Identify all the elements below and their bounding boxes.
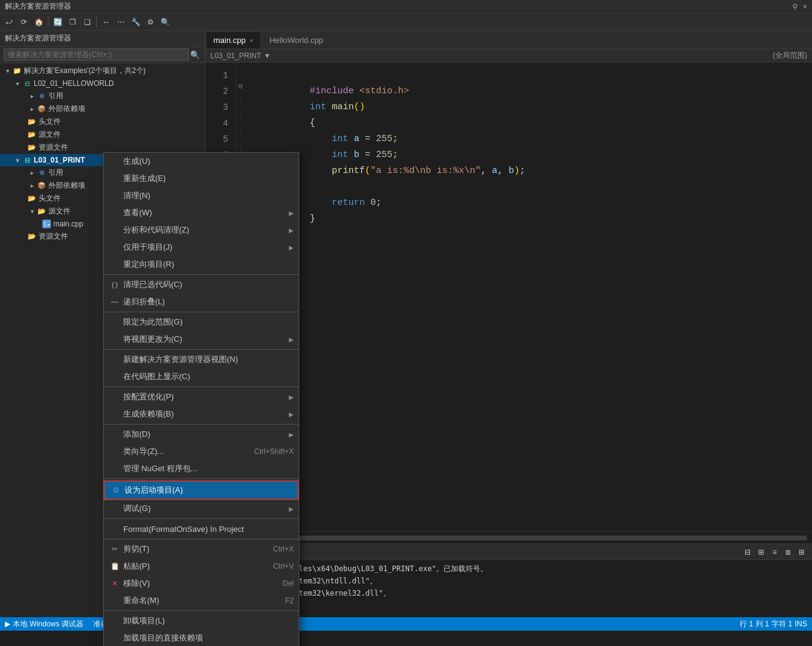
l03-arrow: ▾ bbox=[12, 155, 22, 165]
l03-main-cpp-icon: C+ bbox=[42, 219, 52, 229]
int-kw-3: int bbox=[332, 150, 348, 160]
gutter-2[interactable]: ⊟ bbox=[236, 79, 245, 94]
project-l02[interactable]: ▾ ⊟ L02_01_HELLOWORLD bbox=[0, 77, 205, 90]
solution-root[interactable]: ▾ 📁 解决方案'Examples'(2个项目，共2个) bbox=[0, 64, 205, 77]
solution-root-arrow: ▾ bbox=[2, 66, 12, 76]
ctx-only-arrow: ▶ bbox=[289, 244, 294, 251]
tab-main-cpp[interactable]: main.cpp × bbox=[205, 31, 261, 48]
l02-src[interactable]: 📂 源文件 bbox=[0, 128, 205, 141]
output-line-3: 已加载"C:\Windows\System32\kernel32.dll"。 bbox=[210, 587, 807, 599]
ctx-analyze[interactable]: 分析和代码清理(Z) ▶ bbox=[104, 221, 299, 239]
output-tool-5[interactable]: ⊞ bbox=[796, 547, 807, 558]
ctx-paste[interactable]: 📋 粘贴(P) Ctrl+V bbox=[104, 558, 299, 575]
ctx-view[interactable]: 查看(W) ▶ bbox=[104, 204, 299, 221]
ctx-show-in-code-label: 在代码图上显示(C) bbox=[123, 371, 294, 382]
ctx-add[interactable]: 添加(D) ▶ bbox=[104, 426, 299, 443]
ctx-paste-label: 粘贴(P) bbox=[123, 561, 261, 572]
status-char: 字符 1 bbox=[772, 619, 792, 629]
toolbar-paste-btn[interactable]: ❑ bbox=[80, 15, 94, 29]
printf-a: a bbox=[492, 166, 497, 176]
ctx-load-direct[interactable]: 加载项目的直接依赖项 bbox=[104, 629, 299, 646]
solution-label: 解决方案'Examples'(2个项目，共2个) bbox=[24, 66, 202, 76]
toolbar-code-btn[interactable]: ⋯ bbox=[114, 15, 128, 29]
printf-b: b bbox=[508, 166, 514, 176]
ctx-sep3 bbox=[104, 349, 299, 350]
ctx-manage-nuget[interactable]: 管理 NuGet 程序包... bbox=[104, 460, 299, 477]
ctx-show-in-code[interactable]: 在代码图上显示(C) bbox=[104, 368, 299, 385]
printf-fn: printf bbox=[332, 166, 365, 176]
toolbar-forward-btn[interactable]: ⟳ bbox=[17, 15, 31, 29]
ctx-retarget-icon bbox=[109, 258, 121, 271]
ctx-new-solution-view[interactable]: 新建解决方案资源管理器视图(N) bbox=[104, 351, 299, 368]
ctx-clean-gen[interactable]: {} 清理已选代码(C) bbox=[104, 276, 299, 293]
toolbar-debug-btn[interactable]: 🔧 bbox=[129, 15, 142, 29]
ctx-debug[interactable]: 调试(G) ▶ bbox=[104, 500, 299, 517]
context-menu: 生成(U) 重新生成(E) 清理(N) 查看(W) ▶ 分析和代码清理(Z) ▶ bbox=[103, 152, 299, 646]
ctx-clean[interactable]: 清理(N) bbox=[104, 187, 299, 204]
ctx-only[interactable]: 仅用于项目(J) ▶ bbox=[104, 239, 299, 256]
return-zero: 0 bbox=[370, 198, 376, 208]
output-tool-1[interactable]: ⊟ bbox=[742, 547, 753, 558]
toolbar-settings-btn[interactable]: ⚙ bbox=[144, 15, 157, 29]
tab-main-cpp-close[interactable]: × bbox=[250, 37, 253, 44]
ctx-nav-to[interactable]: 类向导(Z)... Ctrl+Shift+X bbox=[104, 443, 299, 460]
output-line-1: 已加载"D:\BC101\Examples\x64\Debug\L03_01_P… bbox=[210, 563, 807, 575]
ctx-unload[interactable]: 卸载项目(L) bbox=[104, 612, 299, 629]
l03-ext-icon: 📦 bbox=[37, 181, 47, 191]
ctx-rename[interactable]: 重命名(M) F2 bbox=[104, 592, 299, 609]
ctx-rebuild-label: 重新生成(E) bbox=[123, 173, 294, 184]
svg-text:C+: C+ bbox=[44, 221, 50, 228]
ctx-collapse[interactable]: — 递归折叠(L) bbox=[104, 293, 299, 310]
ctx-build[interactable]: 生成(U) bbox=[104, 153, 299, 170]
ctx-remove[interactable]: ✕ 移除(V) Del bbox=[104, 575, 299, 592]
close-icon[interactable]: × bbox=[803, 2, 807, 11]
var-a: a bbox=[354, 134, 359, 144]
tab-main-cpp-label: main.cpp bbox=[213, 36, 246, 45]
tab-hello-cpp[interactable]: HelloWorld.cpp bbox=[261, 31, 331, 48]
toolbar-copy-btn[interactable]: ❐ bbox=[66, 15, 79, 29]
status-debug[interactable]: ▶ 本地 Windows 调试器 bbox=[5, 619, 83, 629]
status-position: 行 1 列 1 字符 1 INS bbox=[740, 619, 807, 629]
search-icon[interactable]: 🔍 bbox=[189, 48, 201, 61]
ctx-deps[interactable]: 生成依赖项(B) ▶ bbox=[104, 406, 299, 423]
toolbar-sync-btn[interactable]: 🔄 bbox=[51, 15, 64, 29]
ctx-rebuild[interactable]: 重新生成(E) bbox=[104, 170, 299, 187]
code-content[interactable]: #include <stdio.h> int main() { int a = … bbox=[245, 63, 812, 531]
l03-ref-icon: ⊕ bbox=[37, 168, 47, 178]
ctx-optimize-icon bbox=[109, 391, 121, 403]
breadcrumb-scope: (全局范围) bbox=[773, 50, 807, 61]
ctx-scope-limit-icon bbox=[109, 316, 121, 328]
ctx-view-arrow: ▶ bbox=[289, 210, 294, 217]
int-kw-1: int bbox=[310, 102, 326, 112]
ctx-analyze-icon bbox=[109, 224, 121, 236]
toolbar-search-icon-btn[interactable]: 🔍 bbox=[158, 15, 172, 29]
ctx-set-startup[interactable]: ⚙ 设为启动项目(A) bbox=[104, 480, 299, 500]
linenum-2: 2 bbox=[210, 83, 228, 99]
output-tool-2[interactable]: ⊞ bbox=[756, 547, 767, 558]
l02-ext[interactable]: ▸ 📦 外部依赖项 bbox=[0, 102, 205, 115]
pin-icon[interactable]: ⚲ bbox=[792, 2, 798, 11]
toolbar-stop-btn[interactable]: 🏠 bbox=[32, 15, 45, 29]
toolbar-arrow-btn[interactable]: ↔ bbox=[99, 15, 113, 29]
l02-ref-arrow: ▸ bbox=[27, 91, 37, 101]
l02-hdr[interactable]: 📂 头文件 bbox=[0, 115, 205, 128]
ctx-optimize[interactable]: 按配置优化(P) ▶ bbox=[104, 388, 299, 406]
ctx-format-save-label: Format(FormatOnSave) In Project bbox=[123, 525, 294, 534]
l02-ref[interactable]: ▸ ⊕ 引用 bbox=[0, 90, 205, 102]
ctx-sep8 bbox=[104, 539, 299, 539]
int-kw-2: int bbox=[332, 134, 348, 144]
code-line-4: int a = 255; bbox=[255, 115, 802, 131]
ctx-clean-label: 清理(N) bbox=[123, 190, 294, 201]
output-tool-4[interactable]: ≣ bbox=[783, 547, 794, 558]
l03-src-arrow: ▾ bbox=[27, 207, 37, 217]
output-tool-3[interactable]: ≡ bbox=[769, 547, 780, 558]
ctx-cut[interactable]: ✂ 剪切(T) Ctrl+X bbox=[104, 540, 299, 558]
search-input[interactable] bbox=[4, 48, 189, 61]
ctx-scope-limit[interactable]: 限定为此范围(G) bbox=[104, 313, 299, 331]
toolbar-back-btn[interactable]: ⮐ bbox=[2, 15, 16, 29]
ctx-change-view[interactable]: 将视图更改为(C) ▶ bbox=[104, 331, 299, 348]
l02-ext-arrow: ▸ bbox=[27, 104, 37, 114]
ctx-format-save[interactable]: Format(FormatOnSave) In Project bbox=[104, 520, 299, 537]
ctx-retarget-label: 重定向项目(R) bbox=[123, 259, 294, 270]
ctx-retarget[interactable]: 重定向项目(R) bbox=[104, 256, 299, 273]
